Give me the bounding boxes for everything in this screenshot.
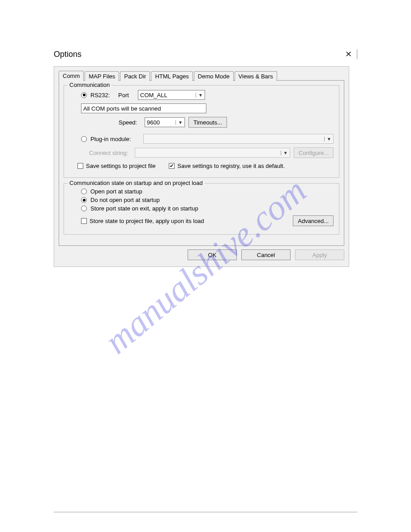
chevron-down-icon: ▼ <box>281 150 288 155</box>
timeouts-button[interactable]: Timeouts... <box>188 117 227 128</box>
connect-string-combo: ▼ <box>135 148 290 158</box>
window-title: Options <box>54 50 81 59</box>
dialog-button-bar: OK Cancel Apply <box>59 249 344 260</box>
radio-rs232[interactable] <box>81 92 87 98</box>
tab-views-bars[interactable]: Views & Bars <box>235 71 277 81</box>
port-combo[interactable]: COM_ALL ▼ <box>138 90 205 100</box>
chevron-down-icon: ▼ <box>196 93 203 98</box>
advanced-button[interactable]: Advanced... <box>293 215 334 226</box>
group-communication: Communication RS232: Port COM_ALL ▼ All … <box>64 85 339 178</box>
save-project-checkbox[interactable]: ✔ <box>77 163 83 169</box>
store-project-label: Store state to project file, apply upon … <box>90 218 204 224</box>
titlebar: Options ✕ <box>54 49 357 64</box>
radio-rs232-label: RS232: <box>90 92 115 99</box>
radio-open-startup-label: Open port at startup <box>90 188 142 195</box>
chevron-down-icon: ▼ <box>324 137 331 142</box>
options-dialog: Comm MAP Files Pack Dir HTML Pages Demo … <box>54 66 349 267</box>
tab-html-pages[interactable]: HTML Pages <box>151 71 193 81</box>
apply-button: Apply <box>295 249 344 260</box>
radio-open-startup[interactable] <box>81 189 87 194</box>
tab-map-files[interactable]: MAP Files <box>85 71 119 81</box>
speed-combo-value: 9600 <box>147 119 160 126</box>
radio-dont-open[interactable] <box>81 197 87 203</box>
port-label: Port <box>118 92 134 99</box>
speed-label: Speed: <box>119 119 141 126</box>
ok-button[interactable]: OK <box>188 249 237 260</box>
tab-pack-dir[interactable]: Pack Dir <box>120 71 150 81</box>
radio-dont-open-label: Do not open port at startup <box>90 197 160 203</box>
tab-demo-mode[interactable]: Demo Mode <box>194 71 234 81</box>
tab-body: Communication RS232: Port COM_ALL ▼ All … <box>59 80 344 246</box>
chevron-down-icon: ▼ <box>176 120 183 125</box>
save-registry-label: Save settings to registry, use it as def… <box>177 163 285 169</box>
port-description: All COM ports will be scanned <box>81 103 206 113</box>
radio-store-exit[interactable] <box>81 206 87 211</box>
plugin-combo: ▼ <box>143 134 334 144</box>
radio-store-exit-label: Store port state on exit, apply it on st… <box>90 205 198 212</box>
speed-combo[interactable]: 9600 ▼ <box>145 117 185 127</box>
port-combo-value: COM_ALL <box>140 92 167 99</box>
store-project-checkbox[interactable]: ✔ <box>81 218 87 224</box>
save-registry-checkbox[interactable]: ✔ <box>169 163 175 169</box>
tab-comm[interactable]: Comm <box>59 71 84 81</box>
group-title-communication: Communication <box>68 82 111 88</box>
configure-button: Configure... <box>294 147 334 158</box>
group-startup-state: Communication state on startup and on pr… <box>64 183 339 235</box>
tab-strip: Comm MAP Files Pack Dir HTML Pages Demo … <box>59 70 344 81</box>
page-rule <box>54 512 357 512</box>
save-project-label: Save settings to project file <box>86 163 155 169</box>
radio-plugin[interactable] <box>81 136 87 142</box>
close-icon[interactable]: ✕ <box>344 49 357 59</box>
cancel-button[interactable]: Cancel <box>241 249 291 260</box>
connect-string-label: Connect string: <box>89 150 131 156</box>
group-title-state: Communication state on startup and on pr… <box>68 180 205 186</box>
radio-plugin-label: Plug-in module: <box>90 136 140 142</box>
